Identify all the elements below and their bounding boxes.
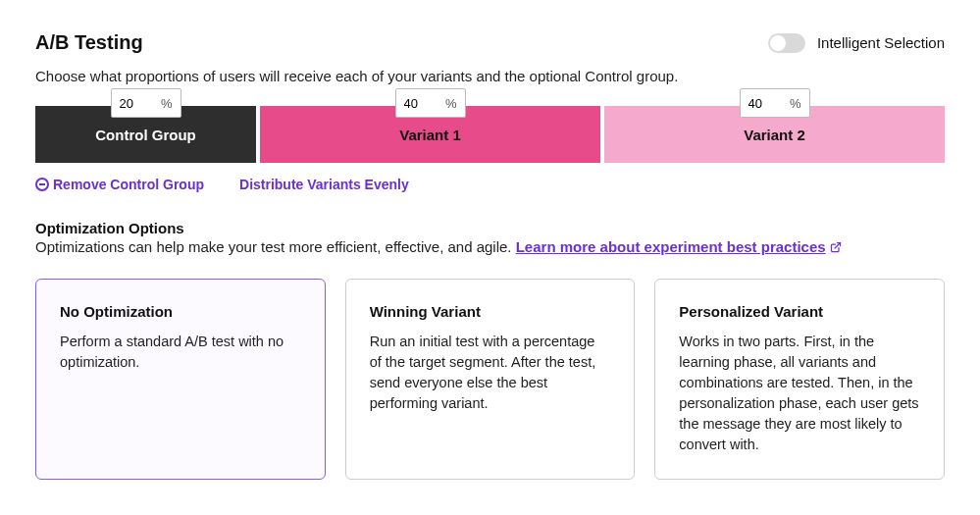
optimization-subtitle: Optimizations can help make your test mo…	[35, 238, 945, 255]
optimization-subtitle-text: Optimizations can help make your test mo…	[35, 238, 516, 255]
remove-control-group-label: Remove Control Group	[53, 177, 204, 192]
optimization-section: Optimization Options Optimizations can h…	[35, 220, 945, 255]
card-no-optimization[interactable]: No Optimization Perform a standard A/B t…	[35, 279, 326, 480]
learn-more-label: Learn more about experiment best practic…	[516, 238, 826, 255]
card-no-optimization-body: Perform a standard A/B test with no opti…	[60, 332, 301, 373]
variant1-percent-input-wrap[interactable]: %	[395, 88, 466, 118]
card-personalized-variant-body: Works in two parts. First, in the learni…	[679, 332, 920, 455]
minus-circle-icon	[35, 178, 49, 191]
percent-sign: %	[790, 96, 801, 111]
variants-row: % Control Group % Variant 1 % Variant 2	[35, 106, 945, 163]
card-personalized-variant[interactable]: Personalized Variant Works in two parts.…	[654, 279, 945, 480]
remove-control-group-button[interactable]: Remove Control Group	[35, 177, 204, 192]
variant2-label: Variant 2	[744, 127, 805, 143]
actions-row: Remove Control Group Distribute Variants…	[35, 177, 945, 192]
svg-line-0	[835, 242, 841, 248]
variant-block-2: % Variant 2	[604, 106, 945, 163]
variant1-label: Variant 1	[399, 127, 461, 143]
card-winning-variant[interactable]: Winning Variant Run an initial test with…	[345, 279, 636, 480]
control-label: Control Group	[95, 127, 195, 143]
card-personalized-variant-title: Personalized Variant	[679, 303, 920, 320]
card-no-optimization-title: No Optimization	[60, 303, 301, 320]
page-subtitle: Choose what proportions of users will re…	[35, 68, 945, 84]
control-percent-input-wrap[interactable]: %	[111, 88, 181, 118]
variant-block-1: % Variant 1	[260, 106, 600, 163]
control-percent-input[interactable]	[120, 96, 147, 111]
distribute-evenly-button[interactable]: Distribute Variants Evenly	[239, 177, 409, 192]
card-winning-variant-body: Run an initial test with a percentage of…	[370, 332, 611, 414]
external-link-icon	[830, 241, 842, 253]
percent-sign: %	[445, 96, 457, 111]
optimization-title: Optimization Options	[35, 220, 945, 236]
variant-block-control: % Control Group	[35, 106, 256, 163]
distribute-evenly-label: Distribute Variants Evenly	[239, 177, 409, 192]
optimization-cards-row: No Optimization Perform a standard A/B t…	[35, 279, 945, 480]
learn-more-link[interactable]: Learn more about experiment best practic…	[516, 238, 842, 255]
variant2-percent-input[interactable]	[748, 96, 776, 111]
intelligent-selection-label: Intelligent Selection	[817, 34, 945, 51]
card-winning-variant-title: Winning Variant	[370, 303, 611, 320]
header-row: A/B Testing Intelligent Selection	[35, 31, 945, 54]
variant2-percent-input-wrap[interactable]: %	[740, 88, 810, 118]
intelligent-selection-toggle[interactable]	[768, 33, 805, 53]
page-title: A/B Testing	[35, 31, 143, 54]
percent-sign: %	[161, 96, 173, 111]
variant1-percent-input[interactable]	[404, 96, 432, 111]
intelligent-selection-control: Intelligent Selection	[768, 33, 945, 53]
